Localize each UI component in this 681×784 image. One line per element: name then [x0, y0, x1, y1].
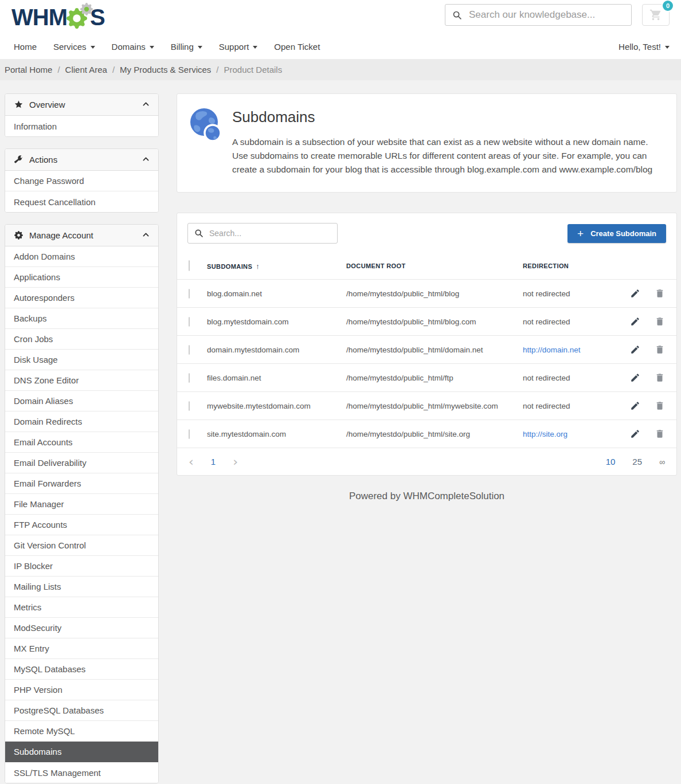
page-size-25[interactable]: 25	[632, 457, 642, 467]
sidebar-item-cron-jobs[interactable]: Cron Jobs	[5, 329, 158, 350]
sidebar-item-domain-aliases[interactable]: Domain Aliases	[5, 391, 158, 411]
create-subdomain-button[interactable]: + Create Subdomain	[568, 224, 666, 243]
table-header-row: SUBDOMAINS↑ DOCUMENT ROOT REDIRECTION	[177, 253, 676, 279]
redirection-link[interactable]: http://domain.net	[523, 346, 581, 354]
prev-page-icon[interactable]: ‹	[189, 456, 194, 468]
page-title: Subdomains	[232, 108, 663, 126]
redirection-status: not redirected	[523, 402, 630, 410]
edit-icon[interactable]	[630, 344, 640, 355]
sidebar-item-ftp-accounts[interactable]: FTP Accounts	[5, 515, 158, 535]
sidebar-item-git-version-control[interactable]: Git Version Control	[5, 535, 158, 556]
edit-icon[interactable]	[630, 401, 640, 411]
sidebar-item-ssl-tls-management[interactable]: SSL/TLS Management	[5, 762, 158, 783]
edit-icon[interactable]	[630, 288, 640, 299]
sidebar-item-subdomains[interactable]: Subdomains	[5, 742, 158, 762]
page-number[interactable]: 1	[211, 457, 216, 467]
sidebar-item-metrics[interactable]: Metrics	[5, 597, 158, 618]
delete-icon[interactable]	[655, 401, 665, 411]
sidebar-item-mx-entry[interactable]: MX Entry	[5, 638, 158, 659]
sidebar-item-mysql-databases[interactable]: MySQL Databases	[5, 659, 158, 680]
sidebar-panel-header-actions[interactable]: Actions	[5, 149, 158, 171]
page-size-all[interactable]: ∞	[659, 457, 665, 467]
page-description: A subdomain is a subsection of your webs…	[232, 135, 663, 177]
subdomain-name: mywebsite.mytestdomain.com	[207, 402, 346, 410]
chevron-down-icon	[150, 46, 154, 49]
breadcrumb-separator: /	[216, 65, 218, 75]
sidebar-item-backups[interactable]: Backups	[5, 308, 158, 329]
cart-button[interactable]: 0	[642, 4, 670, 26]
breadcrumb-item-portal-home[interactable]: Portal Home	[5, 65, 52, 75]
table-search	[187, 223, 338, 244]
subdomain-name: blog.domain.net	[207, 289, 346, 298]
row-checkbox[interactable]	[189, 401, 190, 411]
nav-item-services[interactable]: Services	[53, 42, 95, 52]
sidebar-item-php-version[interactable]: PHP Version	[5, 680, 158, 700]
nav-item-support[interactable]: Support	[219, 42, 258, 52]
subdomain-name: blog.mytestdomain.com	[207, 317, 346, 326]
search-icon	[194, 229, 203, 238]
page-size-options: 1025∞	[606, 457, 665, 467]
sidebar-item-modsecurity[interactable]: ModSecurity	[5, 618, 158, 638]
delete-icon[interactable]	[655, 429, 665, 439]
sidebar-item-ip-blocker[interactable]: IP Blocker	[5, 556, 158, 577]
nav-item-billing[interactable]: Billing	[171, 42, 202, 52]
gear-icon	[14, 231, 23, 240]
sidebar-item-autoresponders[interactable]: Autoresponders	[5, 288, 158, 308]
edit-icon[interactable]	[630, 373, 640, 383]
sidebar-item-disk-usage[interactable]: Disk Usage	[5, 350, 158, 370]
row-checkbox[interactable]	[189, 289, 190, 299]
delete-icon[interactable]	[655, 288, 665, 299]
redirection-link[interactable]: http://site.org	[523, 430, 568, 438]
edit-icon[interactable]	[630, 316, 640, 327]
row-checkbox[interactable]	[189, 429, 190, 439]
page-size-10[interactable]: 10	[606, 457, 616, 467]
breadcrumb-separator: /	[112, 65, 115, 75]
column-header-document-root[interactable]: DOCUMENT ROOT	[346, 262, 523, 269]
greeting-label: Hello, Test!	[619, 42, 661, 52]
sidebar-item-mailing-lists[interactable]: Mailing Lists	[5, 577, 158, 597]
nav-item-open-ticket[interactable]: Open Ticket	[274, 42, 320, 52]
row-checkbox[interactable]	[189, 373, 190, 383]
nav-item-home[interactable]: Home	[14, 42, 37, 52]
knowledgebase-search	[445, 4, 632, 26]
column-header-redirection[interactable]: REDIRECTION	[523, 262, 630, 269]
account-menu[interactable]: Hello, Test!	[619, 42, 670, 52]
sidebar-item-remote-mysql[interactable]: Remote MySQL	[5, 721, 158, 742]
star-icon	[14, 100, 23, 109]
next-page-icon[interactable]: ›	[233, 456, 238, 468]
nav-item-domains[interactable]: Domains	[112, 42, 154, 52]
chevron-down-icon	[198, 46, 202, 49]
sidebar-item-email-deliverability[interactable]: Email Deliverability	[5, 453, 158, 473]
breadcrumb-item-client-area[interactable]: Client Area	[65, 65, 107, 75]
edit-icon[interactable]	[630, 429, 640, 439]
sidebar-item-change-password[interactable]: Change Password	[5, 171, 158, 191]
row-checkbox[interactable]	[189, 345, 190, 355]
breadcrumb-separator: /	[57, 65, 60, 75]
sidebar-panel-overview: OverviewInformation	[5, 93, 159, 137]
sort-asc-icon: ↑	[256, 262, 260, 271]
select-all-checkbox[interactable]	[189, 260, 190, 271]
sidebar-item-dns-zone-editor[interactable]: DNS Zone Editor	[5, 370, 158, 391]
knowledgebase-search-input[interactable]	[469, 9, 624, 21]
row-checkbox[interactable]	[189, 317, 190, 327]
delete-icon[interactable]	[655, 316, 665, 327]
sidebar-item-email-accounts[interactable]: Email Accounts	[5, 432, 158, 453]
sidebar-item-file-manager[interactable]: File Manager	[5, 494, 158, 515]
sidebar-panel-header-overview[interactable]: Overview	[5, 94, 158, 116]
sidebar-item-email-forwarders[interactable]: Email Forwarders	[5, 473, 158, 494]
table-row: blog.mytestdomain.com/home/mytestdo/publ…	[177, 307, 676, 335]
sidebar-item-applications[interactable]: Applications	[5, 267, 158, 288]
table-search-input[interactable]	[209, 229, 331, 238]
sidebar-item-postgresql-databases[interactable]: PostgreSQL Databases	[5, 700, 158, 721]
whmcs-logo[interactable]: WHM S	[11, 4, 105, 30]
sidebar-item-request-cancellation[interactable]: Request Cancellation	[5, 191, 158, 212]
sidebar-item-information[interactable]: Information	[5, 116, 158, 136]
breadcrumb-item-my-products-services[interactable]: My Products & Services	[120, 65, 211, 75]
document-root: /home/mytestdo/public_html/ftp	[346, 374, 523, 382]
delete-icon[interactable]	[655, 344, 665, 355]
sidebar-item-domain-redirects[interactable]: Domain Redirects	[5, 411, 158, 432]
delete-icon[interactable]	[655, 373, 665, 383]
sidebar-panel-header-manage-account[interactable]: Manage Account	[5, 225, 158, 246]
sidebar-item-addon-domains[interactable]: Addon Domains	[5, 246, 158, 267]
column-header-subdomains[interactable]: SUBDOMAINS↑	[207, 262, 346, 271]
